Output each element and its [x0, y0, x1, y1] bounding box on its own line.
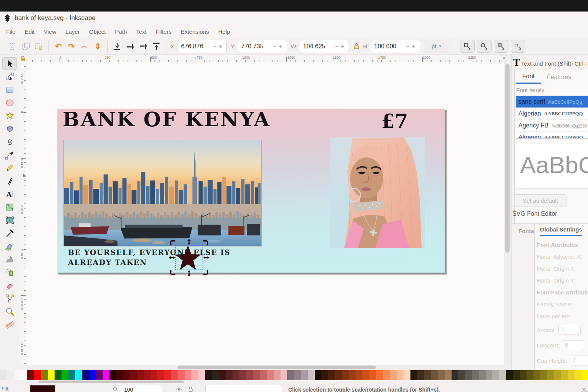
- font-family-option[interactable]: sans-serifAaBbCcIIPpQq: [516, 96, 588, 108]
- palette-swatch[interactable]: [171, 370, 178, 380]
- lower-one-button[interactable]: [124, 40, 137, 53]
- canvas[interactable]: BANK OF KENYA £7: [26, 62, 504, 365]
- palette-swatch[interactable]: [226, 370, 233, 380]
- rectangle-tool[interactable]: [2, 83, 17, 96]
- attribute-input[interactable]: 0: [562, 340, 584, 350]
- raise-one-button[interactable]: [137, 40, 150, 53]
- tab-global-settings[interactable]: Global Settings: [540, 226, 582, 236]
- palette-swatch[interactable]: [20, 370, 27, 380]
- calligraphy-tool[interactable]: [2, 175, 17, 187]
- palette-swatch[interactable]: [116, 370, 123, 380]
- palette-swatch[interactable]: [458, 370, 465, 380]
- menu-filters[interactable]: Filters: [151, 25, 176, 38]
- palette-swatch[interactable]: [568, 370, 575, 380]
- horizontal-scrollbar-thumb[interactable]: [178, 366, 376, 369]
- eraser-tool[interactable]: [2, 279, 17, 292]
- menu-extensions[interactable]: Extensions: [176, 25, 213, 38]
- palette-swatch[interactable]: [61, 370, 68, 380]
- palette-swatch[interactable]: [7, 370, 14, 380]
- eye-icon[interactable]: [176, 386, 182, 392]
- palette-swatch[interactable]: [185, 370, 192, 380]
- palette-swatch[interactable]: [110, 370, 116, 380]
- y-field-input[interactable]: 770.735−+: [238, 40, 287, 53]
- palette-swatch[interactable]: [96, 370, 103, 380]
- spray-tool[interactable]: [2, 266, 17, 279]
- palette-swatch[interactable]: [479, 370, 486, 380]
- deselect-button[interactable]: [32, 40, 45, 53]
- cityscape-image[interactable]: [63, 140, 262, 246]
- palette-scrollbar[interactable]: [0, 380, 588, 384]
- svg-fonts-column[interactable]: Fonts: [512, 224, 535, 370]
- palette-swatch[interactable]: [349, 370, 356, 380]
- palette-swatch[interactable]: [34, 370, 41, 380]
- node-editor-tool[interactable]: [2, 70, 17, 83]
- font-family-option[interactable]: Agency FBAaBbCcIiPpQq1236: [516, 120, 588, 132]
- palette-swatch[interactable]: [267, 370, 274, 380]
- palette-swatch[interactable]: [233, 370, 239, 380]
- palette-swatch[interactable]: [219, 370, 226, 380]
- attribute-input[interactable]: 0: [558, 325, 581, 335]
- palette-swatch[interactable]: [198, 370, 205, 380]
- bank-title-text[interactable]: BANK OF KENYA: [63, 108, 271, 131]
- palette-swatch[interactable]: [75, 370, 82, 380]
- palette-swatch[interactable]: [246, 370, 253, 380]
- palette-swatch[interactable]: [103, 370, 110, 380]
- palette-swatch[interactable]: [239, 370, 246, 380]
- flip-horizontal-button[interactable]: ⇔: [78, 40, 91, 53]
- x-field-input[interactable]: 676.876−+: [178, 40, 227, 53]
- palette-swatch[interactable]: [191, 370, 198, 380]
- dropper-tool[interactable]: [2, 227, 17, 240]
- palette-swatch[interactable]: [410, 370, 417, 380]
- palette-swatch[interactable]: [82, 370, 89, 380]
- palette-swatch[interactable]: [315, 370, 322, 380]
- palette-swatch[interactable]: [472, 370, 479, 380]
- palette-swatch[interactable]: [294, 370, 301, 380]
- palette-swatch[interactable]: [513, 370, 520, 380]
- palette-swatch[interactable]: [383, 370, 390, 380]
- palette-swatch[interactable]: [404, 370, 410, 380]
- palette-swatch[interactable]: [253, 370, 260, 380]
- layer-selector[interactable]: [205, 385, 282, 392]
- palette-swatch[interactable]: [164, 370, 171, 380]
- palette-swatch[interactable]: [397, 370, 404, 380]
- lock-ratio-icon[interactable]: [354, 40, 359, 53]
- palette-swatch[interactable]: [355, 370, 362, 380]
- palette-swatch[interactable]: [527, 370, 533, 380]
- palette-swatch[interactable]: [417, 370, 424, 380]
- palette-swatch[interactable]: [48, 370, 55, 380]
- palette-swatch[interactable]: [581, 370, 588, 380]
- h-field-input[interactable]: 100.000−+: [371, 40, 420, 53]
- raise-to-top-button[interactable]: [150, 40, 163, 53]
- palette-swatch[interactable]: [362, 370, 369, 380]
- denomination-text[interactable]: £7: [381, 110, 408, 132]
- flip-vertical-button[interactable]: ⇕: [91, 40, 104, 53]
- scale-corners-toggle[interactable]: [477, 40, 492, 53]
- palette-swatch[interactable]: [27, 370, 34, 380]
- selector-tool[interactable]: [2, 57, 17, 70]
- menu-text[interactable]: Text: [131, 25, 151, 38]
- menu-view[interactable]: View: [39, 25, 61, 38]
- scale-handle-e[interactable]: [203, 254, 210, 261]
- palette-swatch[interactable]: [438, 370, 445, 380]
- palette-swatch[interactable]: [486, 370, 493, 380]
- fill-color-swatch[interactable]: [30, 385, 55, 392]
- palette-swatch[interactable]: [452, 370, 458, 380]
- font-family-list[interactable]: sans-serifAaBbCcIIPpQqAlgerianAABBCCIIPP…: [516, 96, 588, 139]
- palette-swatch[interactable]: [424, 370, 431, 380]
- palette-swatch[interactable]: [157, 370, 164, 380]
- palette-swatch[interactable]: [465, 370, 472, 380]
- palette-swatch[interactable]: [342, 370, 349, 380]
- select-all-button[interactable]: [6, 40, 19, 53]
- menu-layer[interactable]: Layer: [61, 25, 85, 38]
- palette-swatch[interactable]: [561, 370, 568, 380]
- gradient-tool[interactable]: [2, 201, 17, 213]
- connector-tool[interactable]: [2, 292, 17, 305]
- palette-swatch[interactable]: [575, 370, 581, 380]
- scale-pattern-toggle[interactable]: [511, 40, 525, 53]
- palette-swatch[interactable]: [328, 370, 335, 380]
- palette-swatch[interactable]: [287, 370, 294, 380]
- scale-handle-s[interactable]: [186, 270, 193, 277]
- palette-swatch[interactable]: [144, 370, 151, 380]
- select-all-layers-button[interactable]: [19, 40, 32, 53]
- palette-swatch[interactable]: [137, 370, 144, 380]
